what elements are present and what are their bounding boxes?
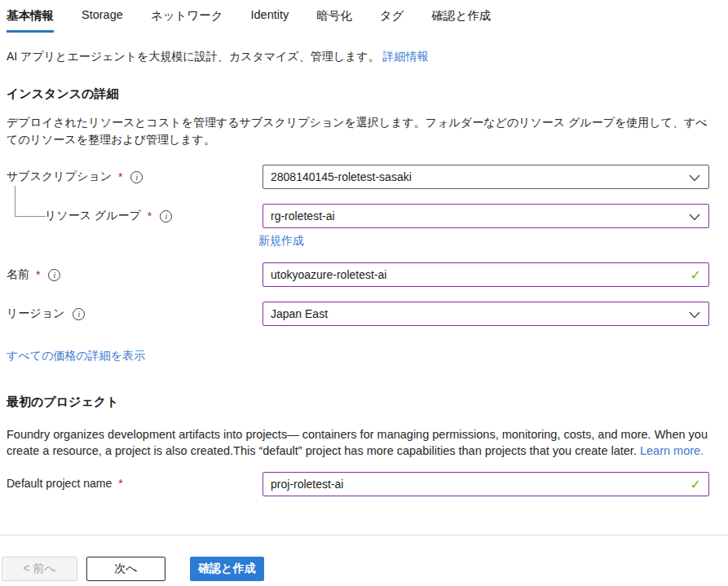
subscription-label-text: サブスクリプション — [7, 170, 112, 184]
view-pricing-details-link[interactable]: すべての価格の詳細を表示 — [7, 349, 145, 362]
create-new-resource-group-link[interactable]: 新規作成 — [258, 234, 304, 249]
valid-check-icon: ✓ — [690, 267, 701, 283]
default-project-name-input[interactable] — [271, 478, 684, 491]
wizard-tab-bar: 基本情報 Storage ネットワーク Identity 暗号化 タグ 確認と作… — [7, 8, 709, 33]
chevron-down-icon — [689, 174, 700, 182]
info-icon[interactable]: i — [130, 171, 143, 183]
review-and-create-button[interactable]: 確認と作成 — [190, 557, 264, 581]
required-asterisk: * — [36, 268, 40, 281]
required-asterisk: * — [118, 477, 122, 490]
tab-networking[interactable]: ネットワーク — [151, 8, 223, 30]
region-dropdown[interactable]: Japan East — [263, 302, 709, 326]
resource-group-value: rg-roletest-ai — [271, 209, 335, 223]
info-icon[interactable]: i — [160, 210, 172, 223]
chevron-down-icon — [689, 311, 700, 319]
info-icon[interactable]: i — [73, 308, 85, 320]
valid-check-icon: ✓ — [690, 477, 701, 492]
tab-identity[interactable]: Identity — [251, 8, 289, 28]
region-value: Japan East — [271, 307, 328, 320]
learn-more-link-en[interactable]: Learn more. — [640, 444, 704, 457]
instance-details-heading: インスタンスの詳細 — [7, 86, 709, 102]
info-icon[interactable]: i — [48, 269, 60, 281]
default-project-name-label: Default project name* — [7, 472, 263, 490]
subscription-value: 2808140145-roletest-sasaki — [271, 170, 412, 183]
name-input[interactable] — [271, 268, 684, 281]
tab-review-create[interactable]: 確認と作成 — [431, 8, 491, 30]
first-project-description: Foundry organizes development artifacts … — [7, 426, 709, 459]
required-asterisk: * — [148, 209, 152, 223]
first-project-description-text: Foundry organizes development artifacts … — [7, 428, 708, 457]
tab-encryption[interactable]: 暗号化 — [316, 8, 352, 30]
tab-basics[interactable]: 基本情報 — [7, 8, 54, 33]
next-button[interactable]: 次へ — [86, 557, 165, 581]
subscription-label: サブスクリプション* i — [7, 165, 263, 184]
required-asterisk: * — [118, 170, 122, 183]
region-label-text: リージョン — [7, 306, 64, 321]
subscription-dropdown[interactable]: 2808140145-roletest-sasaki — [263, 165, 709, 189]
tab-tags[interactable]: タグ — [380, 8, 404, 30]
default-project-name-label-text: Default project name — [7, 477, 112, 490]
wizard-footer: < 前へ 次へ 確認と作成 — [2, 557, 264, 581]
resource-group-dropdown[interactable]: rg-roletest-ai — [263, 204, 709, 228]
chevron-down-icon — [689, 214, 700, 221]
intro-text: AI アプリとエージェントを大規模に設計、カスタマイズ、管理します。 — [7, 50, 380, 63]
tab-storage[interactable]: Storage — [82, 8, 123, 28]
name-label: 名前* i — [7, 262, 263, 282]
name-label-text: 名前 — [7, 267, 29, 282]
footer-divider — [0, 535, 728, 535]
resource-group-label-text: リソース グループ — [45, 209, 141, 223]
region-label: リージョン i — [7, 302, 263, 321]
first-project-heading: 最初のプロジェクト — [7, 394, 709, 410]
previous-button[interactable]: < 前へ — [2, 557, 77, 581]
learn-more-link-jp[interactable]: 詳細情報 — [383, 50, 429, 63]
instance-details-description: デプロイされたリソースとコストを管理するサブスクリプションを選択します。フォルダ… — [7, 114, 709, 148]
resource-group-tree-connector — [15, 186, 46, 217]
